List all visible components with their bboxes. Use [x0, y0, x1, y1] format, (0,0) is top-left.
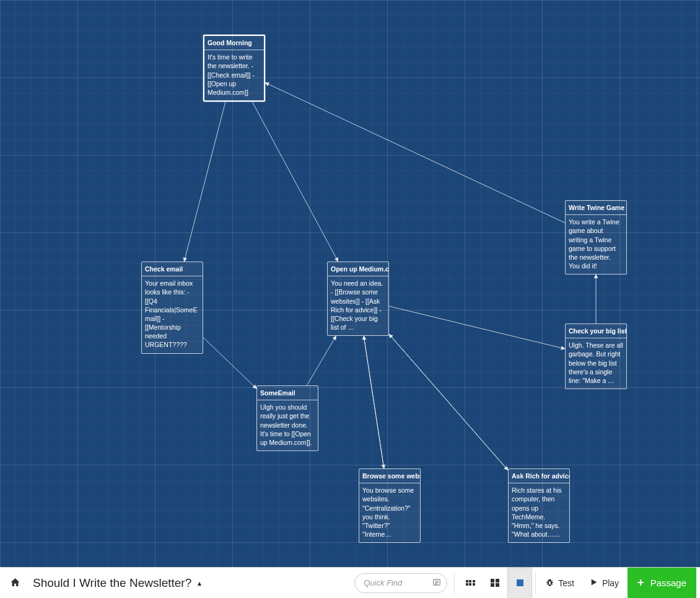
passage-node[interactable]: Open up Medium.comYou need an idea. - [[… — [327, 262, 389, 336]
test-label: Test — [558, 578, 574, 588]
bug-icon — [545, 578, 554, 588]
home-button[interactable] — [4, 568, 27, 599]
passage-body: You browse some websites. "Centralizatio… — [359, 483, 420, 542]
quick-find-input[interactable] — [354, 573, 447, 593]
passage-node[interactable]: Check your big list ofUlgh. These are al… — [565, 323, 627, 389]
story-title-menu[interactable]: Should I Write the Newsletter? ▴ — [29, 568, 208, 599]
passage-link-arrow — [364, 336, 384, 468]
home-icon — [10, 577, 20, 589]
passage-title: Check your big list of — [566, 324, 626, 338]
zoom-large-button[interactable] — [507, 568, 532, 599]
add-passage-button[interactable]: + Passage — [628, 568, 696, 599]
passage-link-arrow — [389, 306, 565, 349]
passage-link-arrow — [307, 336, 336, 385]
passage-node[interactable]: Good MorningIt's time to write the newsl… — [203, 35, 265, 102]
passage-link-arrow — [364, 336, 384, 468]
passage-body: Your email inbox looks like this: - [[Q4… — [142, 276, 203, 353]
passage-title: Ask Rich for advice — [509, 469, 569, 483]
passage-title: Good Morning — [204, 36, 264, 50]
zoom-medium-button[interactable] — [483, 568, 507, 599]
bottom-toolbar: Should I Write the Newsletter? ▴ — [0, 567, 700, 598]
quick-find-wrap — [354, 573, 447, 593]
plus-icon: + — [637, 576, 644, 589]
passage-body: You write a Twine game about writing a T… — [566, 215, 626, 274]
grid-large-icon — [517, 579, 523, 586]
passage-node[interactable]: Ask Rich for adviceRich stares at his co… — [508, 468, 570, 543]
passage-title: Open up Medium.com — [328, 262, 388, 276]
passage-body: You need an idea. - [[Browse some websit… — [328, 276, 388, 335]
passage-link-arrow — [265, 82, 565, 222]
passage-body: Ulgh you should really just get the news… — [257, 400, 318, 451]
passage-node[interactable]: Write Twine GameYou write a Twine game a… — [565, 200, 627, 275]
passage-link-arrow — [203, 337, 256, 389]
grid-medium-icon — [491, 579, 499, 587]
passage-link-arrow — [389, 334, 508, 470]
passage-title: Write Twine Game — [566, 201, 626, 215]
passage-link-arrow — [252, 102, 338, 262]
grid-small-icon — [466, 580, 475, 586]
test-button[interactable]: Test — [539, 568, 580, 599]
zoom-controls — [458, 568, 532, 599]
passage-node[interactable]: Browse some websitesYou browse some webs… — [359, 468, 421, 543]
zoom-small-button[interactable] — [458, 568, 483, 599]
passage-body: Rich stares at his computer, then opens … — [509, 483, 569, 542]
passage-title: SomeEmail — [257, 386, 318, 400]
story-title-text: Should I Write the Newsletter? — [33, 576, 191, 590]
passage-label: Passage — [650, 578, 686, 588]
passage-link-arrow — [184, 102, 225, 262]
passage-title: Browse some websites — [359, 469, 420, 483]
story-map-canvas[interactable]: Good MorningIt's time to write the newsl… — [0, 0, 700, 567]
passage-body: Ulgh. These are all garbage. But right b… — [566, 338, 626, 389]
passage-body: It's time to write the newsletter. - [[C… — [204, 50, 264, 100]
passage-node[interactable]: Check emailYour email inbox looks like t… — [141, 262, 203, 354]
play-button[interactable]: Play — [583, 568, 625, 599]
chevron-up-icon: ▴ — [198, 579, 201, 587]
passage-link-arrow — [389, 334, 508, 470]
passage-node[interactable]: SomeEmailUlgh you should really just get… — [256, 385, 318, 451]
play-label: Play — [602, 578, 619, 588]
play-icon — [589, 578, 598, 588]
passage-title: Check email — [142, 262, 203, 276]
